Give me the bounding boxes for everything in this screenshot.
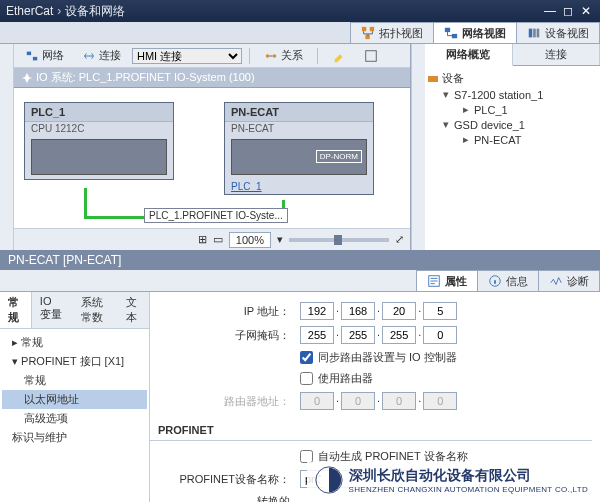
pin-icon xyxy=(22,73,32,83)
inspector-tabs: 属性 信息 诊断 xyxy=(0,270,600,292)
profinet-heading: PROFINET xyxy=(150,420,592,441)
nav-ethernet[interactable]: 以太网地址 xyxy=(2,390,147,409)
network-button[interactable]: 网络 xyxy=(18,45,71,66)
sync-router-checkbox[interactable] xyxy=(300,351,313,364)
use-router-checkbox[interactable] xyxy=(300,372,313,385)
svg-rect-9 xyxy=(33,56,37,60)
plc-image xyxy=(31,139,167,175)
tree-item[interactable]: ▸PN-ECAT xyxy=(427,132,598,147)
svg-rect-3 xyxy=(445,28,450,32)
nav-profinet[interactable]: ▾ PROFINET 接口 [X1] xyxy=(2,352,147,371)
info-icon xyxy=(488,274,502,288)
maximize-icon[interactable]: ◻ xyxy=(560,4,576,18)
hmi-select[interactable]: HMI 连接 xyxy=(132,48,242,64)
svg-rect-12 xyxy=(366,50,377,61)
tab-info[interactable]: 信息 xyxy=(477,270,539,291)
ruler-icon[interactable]: ⊞ xyxy=(198,233,207,246)
navtab-sysconst[interactable]: 系统常数 xyxy=(73,292,119,328)
device-tree[interactable]: 设备 ▾S7-1200 station_1 ▸PLC_1 ▾GSD device… xyxy=(425,66,600,250)
mask-label: 子网掩码： xyxy=(150,328,300,343)
relations-button[interactable]: 关系 xyxy=(257,45,310,66)
watermark: 深圳长欣自动化设备有限公司 SHENZHEN CHANGXIN AUTOMATI… xyxy=(307,462,596,498)
scroll-rail[interactable] xyxy=(411,44,425,250)
highlight-button[interactable] xyxy=(325,46,353,66)
tree-item[interactable]: ▾S7-1200 station_1 xyxy=(427,87,598,102)
title-bar: EtherCat › 设备和网络 — ◻ ✕ xyxy=(0,0,600,22)
logo-icon xyxy=(315,466,343,494)
tab-network[interactable]: 网络视图 xyxy=(433,22,517,43)
link-icon xyxy=(82,49,96,63)
tab-connections[interactable]: 连接 xyxy=(513,44,601,65)
mask-input[interactable]: . . . xyxy=(300,326,457,344)
properties-icon xyxy=(427,274,441,288)
nav-general[interactable]: ▸ 常规 xyxy=(2,333,147,352)
frame-icon xyxy=(364,49,378,63)
router-label: 路由器地址： xyxy=(150,394,300,409)
svg-rect-1 xyxy=(370,27,374,31)
tree-root[interactable]: 设备 xyxy=(427,70,598,87)
svg-rect-13 xyxy=(428,76,438,82)
topology-icon xyxy=(361,26,375,40)
highlight-icon xyxy=(332,49,346,63)
diag-icon xyxy=(549,274,563,288)
svg-rect-8 xyxy=(27,51,31,55)
svg-point-10 xyxy=(266,54,270,58)
router-input: . . . xyxy=(300,392,457,410)
convname-label: 转换的 xyxy=(150,494,300,502)
network-canvas[interactable]: PLC_1 CPU 1212C PN-ECAT PN-ECAT DP-NORM … xyxy=(14,88,410,228)
svg-rect-7 xyxy=(537,29,540,38)
app-name: EtherCat xyxy=(6,4,53,18)
left-rail[interactable] xyxy=(0,44,14,250)
frame-button[interactable] xyxy=(357,46,385,66)
view-tabs: 拓扑视图 网络视图 设备视图 xyxy=(0,22,600,44)
devname-label: PROFINET设备名称： xyxy=(150,472,300,487)
ip-input[interactable]: . . . xyxy=(300,302,457,320)
svg-rect-6 xyxy=(533,29,536,38)
tree-item[interactable]: ▸PLC_1 xyxy=(427,102,598,117)
tab-overview[interactable]: 网络概览 xyxy=(425,44,513,66)
relations-icon xyxy=(264,49,278,63)
fit-icon[interactable]: ⤢ xyxy=(395,233,404,246)
zoom-out-icon[interactable]: ▭ xyxy=(213,233,223,246)
tab-diagnostics[interactable]: 诊断 xyxy=(538,270,600,291)
close-icon[interactable]: ✕ xyxy=(578,4,594,18)
connections-button[interactable]: 连接 xyxy=(75,45,128,66)
wire xyxy=(84,188,87,218)
tab-properties[interactable]: 属性 xyxy=(416,270,478,291)
svg-rect-0 xyxy=(362,27,366,31)
navtab-general[interactable]: 常规 xyxy=(0,292,32,328)
assigned-link[interactable]: PLC_1 xyxy=(225,179,373,194)
tree-item[interactable]: ▾GSD device_1 xyxy=(427,117,598,132)
inspector-nav: 常规 IO 变量 系统常数 文本 ▸ 常规 ▾ PROFINET 接口 [X1]… xyxy=(0,292,150,502)
page-title: 设备和网络 xyxy=(65,3,125,20)
device-root-icon xyxy=(427,73,439,85)
tab-device[interactable]: 设备视图 xyxy=(516,22,600,43)
io-system-bar: IO 系统: PLC_1.PROFINET IO-System (100) xyxy=(14,68,410,88)
device-ecat[interactable]: PN-ECAT PN-ECAT DP-NORM PLC_1 xyxy=(224,102,374,195)
canvas-toolbar: 网络 连接 HMI 连接 关系 xyxy=(14,44,410,68)
net-small-icon xyxy=(25,49,39,63)
nav-pn-general[interactable]: 常规 xyxy=(2,371,147,390)
network-icon xyxy=(444,26,458,40)
inspector-title: PN-ECAT [PN-ECAT] xyxy=(0,250,600,270)
navtab-iovars[interactable]: IO 变量 xyxy=(32,292,73,328)
device-plc[interactable]: PLC_1 CPU 1212C xyxy=(24,102,174,180)
device-icon xyxy=(527,26,541,40)
ecat-image: DP-NORM xyxy=(231,139,367,175)
minimize-icon[interactable]: — xyxy=(542,4,558,18)
tab-topology[interactable]: 拓扑视图 xyxy=(350,22,434,43)
nav-advanced[interactable]: 高级选项 xyxy=(2,409,147,428)
navtab-texts[interactable]: 文本 xyxy=(118,292,149,328)
zoom-slider[interactable] xyxy=(289,238,389,242)
ip-label: IP 地址： xyxy=(150,304,300,319)
wire-label[interactable]: PLC_1.PROFINET IO-Syste... xyxy=(144,208,288,223)
svg-point-11 xyxy=(273,54,277,58)
svg-rect-5 xyxy=(529,29,533,38)
side-panel: 网络概览 连接 设备 ▾S7-1200 station_1 ▸PLC_1 ▾GS… xyxy=(425,44,600,250)
zoom-value[interactable]: 100% xyxy=(229,232,271,248)
nav-ident[interactable]: 标识与维护 xyxy=(2,428,147,447)
zoom-bar: ⊞ ▭ 100% ▾ ⤢ xyxy=(14,228,410,250)
